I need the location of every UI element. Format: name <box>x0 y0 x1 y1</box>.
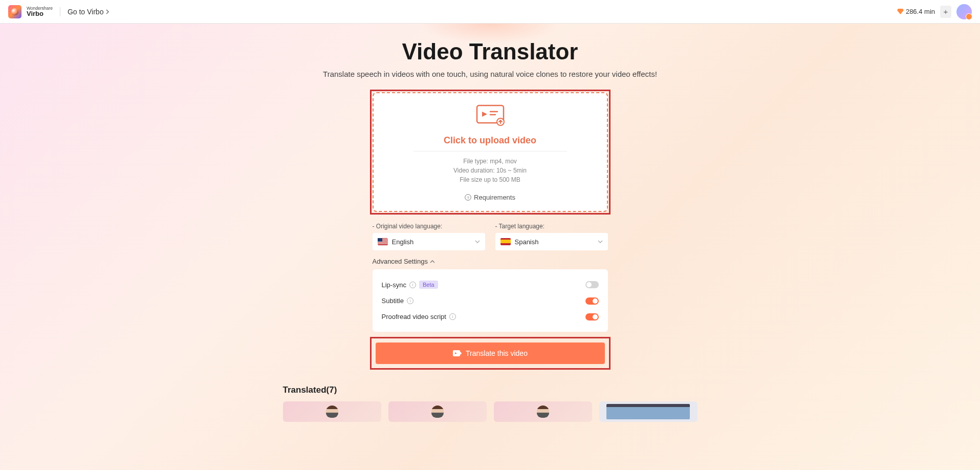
diamond-icon <box>897 9 904 14</box>
beta-badge: Beta <box>419 281 438 289</box>
header-right: 286.4 min + <box>897 4 972 19</box>
subtitle-left: Subtitle i <box>382 297 413 305</box>
translate-button[interactable]: Translate this video <box>376 343 605 364</box>
subtitle-row: Subtitle i <box>382 293 599 309</box>
chevron-right-icon <box>105 9 110 14</box>
chevron-down-icon <box>475 240 480 243</box>
logo-text: Wondershare Virbo <box>27 6 53 17</box>
flag-es-icon <box>500 238 511 245</box>
header-left: Wondershare Virbo Go to Virbo <box>8 5 110 18</box>
target-language-label: - Target language: <box>495 223 608 230</box>
requirements-label: Requirements <box>474 194 515 201</box>
upload-info: File type: mp4, mov Video duration: 10s … <box>384 157 597 184</box>
svg-text:?: ? <box>467 196 469 200</box>
user-avatar[interactable] <box>956 4 972 19</box>
upload-video-icon <box>476 104 505 126</box>
app-header: Wondershare Virbo Go to Virbo 286.4 min … <box>0 0 980 24</box>
proofread-row: Proofread video script i <box>382 309 599 325</box>
translate-button-label: Translate this video <box>466 349 528 357</box>
translated-section: Translated(7) <box>283 385 698 422</box>
subtitle-toggle[interactable] <box>585 297 599 305</box>
translate-highlight: Translate this video <box>370 337 611 370</box>
page-title: Video Translator <box>0 39 980 65</box>
info-icon[interactable]: i <box>407 297 413 304</box>
app-logo-icon <box>8 5 21 18</box>
video-thumbnail[interactable] <box>494 401 592 422</box>
upload-cta: Click to upload video <box>384 135 597 146</box>
divider <box>60 7 60 16</box>
proofread-left: Proofread video script i <box>382 313 456 321</box>
upload-size: File size up to 500 MB <box>384 175 597 184</box>
page-subtitle: Translate speech in videos with one touc… <box>0 70 980 78</box>
credits-display: 286.4 min <box>897 8 935 15</box>
upload-highlight: Click to upload video File type: mp4, mo… <box>370 90 611 215</box>
flag-us-icon <box>378 238 388 245</box>
credits-value: 286.4 min <box>906 8 935 15</box>
translate-icon <box>452 349 463 358</box>
video-thumbnail[interactable] <box>283 401 381 422</box>
advanced-settings-panel: Lip-sync i Beta Subtitle i Proofread vid… <box>373 269 608 332</box>
translated-title: Translated(7) <box>283 385 698 395</box>
go-to-virbo-link[interactable]: Go to Virbo <box>68 8 110 16</box>
requirements-link[interactable]: ? Requirements <box>465 194 515 201</box>
original-language-col: - Original video language: English <box>373 223 485 250</box>
original-language-select[interactable]: English <box>373 233 485 250</box>
lip-sync-row: Lip-sync i Beta <box>382 276 599 293</box>
original-language-label: - Original video language: <box>373 223 485 230</box>
add-credits-button[interactable]: + <box>940 6 951 18</box>
info-icon[interactable]: i <box>409 282 416 288</box>
language-row: - Original video language: English - Tar… <box>373 223 608 250</box>
info-icon[interactable]: i <box>449 313 456 320</box>
nav-link-label: Go to Virbo <box>68 8 104 16</box>
chevron-up-icon <box>430 260 435 263</box>
original-language-value: English <box>392 238 414 246</box>
upload-dropzone[interactable]: Click to upload video File type: mp4, mo… <box>373 92 608 212</box>
main-content: Video Translator Translate speech in vid… <box>0 24 980 470</box>
upload-duration: Video duration: 10s ~ 5min <box>384 166 597 175</box>
video-thumbnail[interactable] <box>599 401 698 422</box>
advanced-settings-toggle[interactable]: Advanced Settings <box>373 258 608 265</box>
target-language-col: - Target language: Spanish <box>495 223 608 250</box>
video-thumbnail[interactable] <box>388 401 487 422</box>
lip-sync-label: Lip-sync <box>382 281 406 289</box>
subtitle-label: Subtitle <box>382 297 404 305</box>
proofread-label: Proofread video script <box>382 313 446 321</box>
proofread-toggle[interactable] <box>585 313 599 321</box>
upload-divider <box>413 151 567 152</box>
target-language-select[interactable]: Spanish <box>495 233 608 250</box>
lip-sync-left: Lip-sync i Beta <box>382 281 438 289</box>
brand-name: Virbo <box>27 10 53 17</box>
question-circle-icon: ? <box>465 194 471 201</box>
advanced-settings-label: Advanced Settings <box>373 258 428 265</box>
chevron-down-icon <box>598 240 603 243</box>
upload-file-type: File type: mp4, mov <box>384 157 597 166</box>
lip-sync-toggle[interactable] <box>585 281 599 288</box>
translated-thumbnails <box>283 401 698 422</box>
target-language-value: Spanish <box>515 238 539 246</box>
